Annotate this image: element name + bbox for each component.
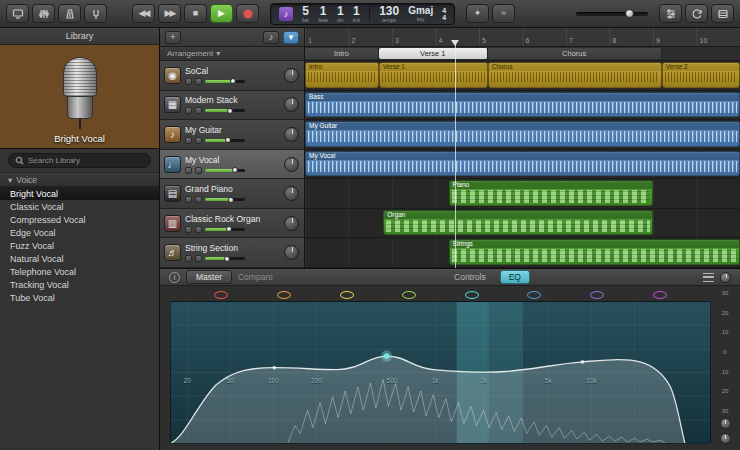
list-icon[interactable]	[703, 273, 714, 282]
info-button[interactable]: i	[169, 272, 180, 283]
pan-knob[interactable]	[284, 157, 299, 172]
solo-button[interactable]	[195, 137, 202, 144]
note-display-button[interactable]: ♪	[263, 31, 279, 44]
region[interactable]: Strings	[449, 239, 740, 265]
region[interactable]: My Vocal	[305, 151, 740, 177]
library-toggle-button[interactable]	[6, 4, 29, 23]
pan-knob[interactable]	[284, 97, 299, 112]
play-button[interactable]: ▶	[210, 4, 233, 23]
library-item[interactable]: Natural Vocal	[0, 252, 159, 265]
solo-button[interactable]	[195, 78, 202, 85]
solo-button[interactable]	[195, 167, 202, 174]
solo-button[interactable]	[195, 196, 202, 203]
library-item[interactable]: Compressed Vocal	[0, 213, 159, 226]
settings-knob-icon[interactable]	[720, 272, 731, 283]
track-header[interactable]: ◉SoCal	[160, 61, 304, 91]
region[interactable]: Chorus	[488, 62, 662, 88]
gain-knob[interactable]	[720, 418, 731, 429]
eq-band-icon[interactable]	[214, 291, 228, 299]
arrangement-marker[interactable]: Verse 1	[379, 48, 488, 59]
library-item[interactable]: Bright Vocal	[0, 187, 159, 200]
pan-knob[interactable]	[284, 68, 299, 83]
mute-button[interactable]	[185, 167, 192, 174]
arrangement-marker[interactable]: Chorus	[488, 48, 662, 59]
lcd-time-signature[interactable]: 44	[442, 7, 446, 21]
eq-curve-display[interactable]	[171, 302, 710, 443]
library-item[interactable]: Tracking Vocal	[0, 278, 159, 291]
rewind-button[interactable]: ◀◀	[132, 4, 155, 23]
eq-band-handle[interactable]	[384, 353, 389, 359]
lcd-display[interactable]: ♪ 5bar 1beat 1div 1tick 130tempo Gmajkey…	[270, 3, 455, 25]
library-item[interactable]: Telephone Vocal	[0, 265, 159, 278]
library-item[interactable]: Fuzz Vocal	[0, 239, 159, 252]
mixer-button[interactable]	[659, 4, 682, 23]
tab-controls[interactable]: Controls	[446, 271, 494, 283]
pan-knob[interactable]	[284, 216, 299, 231]
solo-button[interactable]	[195, 226, 202, 233]
pan-knob[interactable]	[284, 127, 299, 142]
tab-eq[interactable]: EQ	[500, 270, 530, 284]
arrangement-marker[interactable]: Intro	[305, 48, 379, 59]
wand-button[interactable]: ✦	[466, 4, 489, 23]
fx-button[interactable]: ≈	[492, 4, 515, 23]
forward-button[interactable]: ▶▶	[158, 4, 181, 23]
eq-band-icon[interactable]	[653, 291, 667, 299]
eq-band-icon[interactable]	[527, 291, 541, 299]
catch-playhead-button[interactable]: ▾	[283, 31, 299, 44]
region[interactable]: Intro	[305, 62, 379, 88]
volume-slider[interactable]	[205, 139, 245, 142]
volume-slider[interactable]	[205, 198, 245, 201]
eq-band-icon[interactable]	[465, 291, 479, 299]
mute-button[interactable]	[185, 78, 192, 85]
track-header[interactable]: ▥Classic Rock Organ	[160, 209, 304, 239]
master-volume-slider[interactable]	[576, 12, 648, 16]
region[interactable]: Organ	[383, 210, 653, 236]
pan-knob[interactable]	[284, 245, 299, 260]
loop-browser-button[interactable]	[685, 4, 708, 23]
compare-label[interactable]: Compare	[238, 272, 273, 282]
q-knob[interactable]	[720, 433, 731, 444]
arrangement-track-header[interactable]: Arrangement ▾	[160, 47, 304, 61]
mute-button[interactable]	[185, 107, 192, 114]
volume-slider[interactable]	[205, 109, 245, 112]
region[interactable]: Piano	[449, 180, 653, 206]
record-button[interactable]	[236, 4, 259, 23]
track-header[interactable]: ♪My Guitar	[160, 120, 304, 150]
solo-button[interactable]	[195, 255, 202, 262]
volume-slider[interactable]	[205, 169, 245, 172]
region[interactable]: Verse 1	[379, 62, 488, 88]
region[interactable]: Verse 2	[662, 62, 740, 88]
track-header[interactable]: ▦Modern Stack	[160, 91, 304, 121]
library-item[interactable]: Classic Vocal	[0, 200, 159, 213]
volume-slider[interactable]	[205, 80, 245, 83]
track-header[interactable]: ▤Grand Piano	[160, 179, 304, 209]
pan-knob[interactable]	[284, 186, 299, 201]
eq-graph[interactable]: 20501002005001k2k5k10k	[170, 301, 711, 444]
mute-button[interactable]	[185, 226, 192, 233]
add-track-button[interactable]: +	[165, 31, 181, 44]
track-header[interactable]: ♬String Section	[160, 238, 304, 268]
mute-button[interactable]	[185, 137, 192, 144]
smart-controls-button[interactable]	[32, 4, 55, 23]
eq-band-icon[interactable]	[402, 291, 416, 299]
tuner-button[interactable]	[84, 4, 107, 23]
library-item[interactable]: Edge Vocal	[0, 226, 159, 239]
media-browser-button[interactable]	[711, 4, 734, 23]
volume-slider[interactable]	[205, 228, 245, 231]
stop-button[interactable]: ■	[184, 4, 207, 23]
solo-button[interactable]	[195, 107, 202, 114]
search-box[interactable]	[8, 153, 151, 168]
track-header[interactable]: ♩My Vocal	[160, 150, 304, 180]
timeline-ruler[interactable]: 1234567891011	[305, 28, 740, 47]
eq-band-icon[interactable]	[277, 291, 291, 299]
lcd-key[interactable]: Gmajkey	[408, 6, 433, 22]
mute-button[interactable]	[185, 196, 192, 203]
metronome-button[interactable]	[58, 4, 81, 23]
volume-slider[interactable]	[205, 257, 245, 260]
master-button[interactable]: Master	[186, 270, 232, 284]
mute-button[interactable]	[185, 255, 192, 262]
library-item[interactable]: Tube Vocal	[0, 291, 159, 304]
lcd-tempo[interactable]: 130tempo	[379, 5, 399, 23]
eq-band-icon[interactable]	[590, 291, 604, 299]
region[interactable]: My Guitar	[305, 121, 740, 147]
